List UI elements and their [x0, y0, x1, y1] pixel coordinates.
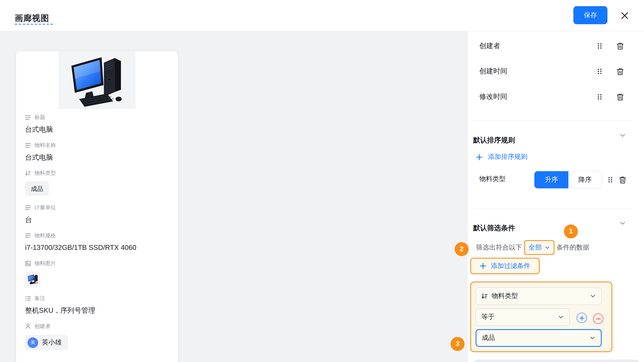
text-field-icon — [25, 114, 31, 120]
sentence-suffix: 条件的数据 — [556, 243, 589, 252]
sort-direction-toggle: 升序 降序 — [534, 171, 602, 188]
sort-rule-field: 物料类型 — [479, 175, 506, 183]
field-label-title: 标题 — [25, 114, 169, 121]
field-label-unit: 计量单位 — [25, 204, 169, 211]
card-cover — [58, 51, 136, 109]
field-label-material-name: 物料名称 — [25, 142, 169, 149]
header: 画廊视图 保存 — [0, 0, 644, 31]
trash-icon — [616, 42, 624, 50]
plus-icon — [480, 263, 486, 269]
field-value-unit: 台 — [25, 215, 169, 225]
section-divider — [473, 120, 632, 121]
add-sort-rule-button[interactable]: 添加排序规则 — [476, 153, 527, 161]
field-row-label: 修改时间 — [479, 92, 507, 101]
note-field-icon — [25, 296, 31, 301]
material-type-tag: 成品 — [25, 181, 49, 196]
collapse-sort-section-button[interactable] — [618, 131, 628, 140]
chevron-down-icon — [589, 335, 596, 341]
sentence-prefix: 筛选出符合以下 — [476, 243, 522, 252]
settings-panel: 创建者 创建时间 修改时间 默认排序规则 添加排序规则 物料类型 升序 降序 — [468, 31, 644, 362]
text-field-icon — [25, 142, 31, 148]
material-image-thumbnail — [25, 271, 40, 287]
collapse-filter-section-button[interactable] — [618, 218, 628, 228]
annotation-badge-3: 3 — [451, 337, 464, 351]
gallery-view-dialog: 画廊视图 保存 — [0, 0, 644, 362]
text-field-icon — [25, 233, 31, 239]
sort-asc-button[interactable]: 升序 — [534, 171, 568, 188]
record-preview-card: 标题 台式电脑 物料名称 台式电脑 物料类型 成品 计量单位 台 — [16, 51, 178, 362]
image-field-icon — [25, 261, 31, 266]
desktop-computer-image — [65, 53, 129, 107]
sort-field-icon — [481, 293, 488, 299]
field-label-spec: 物料规格 — [25, 232, 169, 239]
drag-handle[interactable] — [595, 92, 604, 102]
field-value-spec: i7-13700/32GB/1TB SSD/RTX 4060 — [25, 243, 169, 253]
title-underline-decoration — [15, 24, 53, 25]
filter-field-select[interactable]: 物料类型 — [476, 287, 602, 305]
match-mode-select[interactable]: 全部 — [524, 240, 554, 255]
trash-icon — [616, 67, 624, 75]
text-field-icon — [25, 205, 31, 211]
add-filter-condition-button[interactable]: 添加过滤条件 — [470, 258, 540, 274]
filter-operator-select[interactable]: 等于 — [476, 308, 570, 326]
trash-icon — [616, 93, 624, 101]
field-value-note: 整机SKU，序列号管理 — [25, 306, 169, 316]
add-condition-button[interactable] — [576, 313, 587, 323]
filter-value-select[interactable]: 成品 — [476, 329, 602, 347]
next-section-peek — [475, 360, 638, 362]
field-value-title: 台式电脑 — [25, 125, 169, 135]
person-icon — [25, 324, 31, 329]
field-label-material-type: 物料类型 — [25, 169, 169, 177]
creator-name: 英小雄 — [42, 338, 62, 347]
circle-minus-icon — [596, 316, 600, 321]
filter-match-sentence: 筛选出符合以下 全部 条件的数据 — [476, 240, 589, 255]
annotation-badge-1: 1 — [564, 225, 578, 239]
trash-icon — [619, 176, 626, 184]
avatar: 英 — [28, 337, 38, 348]
delete-field-button[interactable] — [615, 41, 625, 51]
save-button[interactable]: 保存 — [574, 6, 608, 24]
remove-condition-button[interactable] — [593, 314, 603, 324]
field-row-label: 创建者 — [479, 41, 500, 50]
page-title: 画廊视图 — [15, 13, 49, 24]
delete-sort-rule-button[interactable] — [618, 175, 628, 185]
delete-field-button[interactable] — [615, 92, 625, 102]
chevron-down-icon — [619, 220, 626, 227]
field-label-note: 备注 — [25, 295, 169, 302]
field-label-creator: 创建者 — [25, 323, 169, 330]
canvas: 标题 台式电脑 物料名称 台式电脑 物料类型 成品 计量单位 台 — [0, 31, 468, 362]
field-row-creator: 创建者 — [468, 33, 644, 59]
sort-section-title: 默认排序规则 — [473, 135, 515, 145]
section-divider — [473, 209, 632, 209]
field-row-modify-time: 修改时间 — [468, 84, 644, 110]
drag-handle[interactable] — [606, 175, 615, 185]
close-icon — [620, 11, 629, 20]
annotation-badge-2: 2 — [455, 242, 468, 256]
circle-plus-icon — [579, 316, 584, 320]
drag-handle[interactable] — [595, 66, 604, 76]
filter-condition-card: 物料类型 等于 成品 — [470, 282, 612, 352]
chevron-down-icon — [544, 245, 550, 250]
plus-icon — [476, 154, 482, 160]
creator-chip: 英 英小雄 — [25, 335, 68, 350]
delete-field-button[interactable] — [615, 66, 625, 76]
close-button[interactable] — [618, 8, 632, 22]
filter-section-title: 默认筛选条件 — [473, 223, 515, 233]
field-row-label: 创建时间 — [479, 66, 507, 76]
drag-handle[interactable] — [595, 41, 604, 51]
field-label-material-image: 物料图片 — [25, 260, 169, 267]
chevron-down-icon — [590, 293, 596, 299]
card-fields: 标题 台式电脑 物料名称 台式电脑 物料类型 成品 计量单位 台 — [16, 109, 178, 350]
sort-desc-button[interactable]: 降序 — [568, 171, 602, 188]
sort-field-icon — [25, 170, 31, 176]
chevron-down-icon — [619, 132, 626, 139]
field-value-material-name: 台式电脑 — [25, 153, 169, 163]
field-row-create-time: 创建时间 — [468, 59, 644, 84]
chevron-down-icon — [558, 314, 564, 320]
